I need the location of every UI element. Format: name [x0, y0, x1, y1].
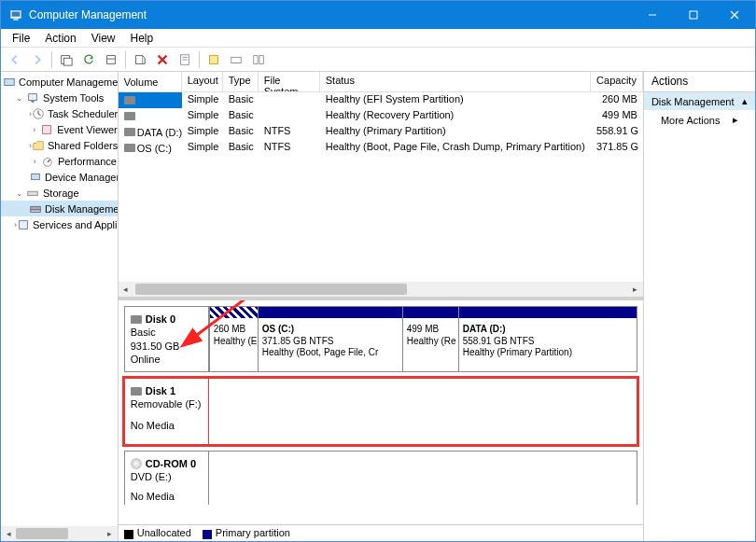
svg-rect-33: [31, 209, 41, 212]
svg-rect-34: [20, 220, 28, 229]
forward-button[interactable]: [27, 49, 48, 70]
tree-services-apps[interactable]: ›Services and Applications: [1, 216, 118, 232]
tree-device-manager[interactable]: Device Manager: [1, 169, 118, 185]
close-button[interactable]: [714, 1, 755, 29]
menu-bar: File Action View Help: [1, 29, 755, 48]
window-title: Computer Management: [29, 8, 632, 21]
help-button[interactable]: [203, 49, 224, 70]
svg-rect-31: [28, 191, 38, 195]
svg-rect-20: [259, 55, 263, 63]
toolbar-btn-9[interactable]: [248, 49, 269, 70]
volume-list-body[interactable]: SimpleBasicHealthy (EFI System Partition…: [119, 92, 643, 282]
tree-disk-management[interactable]: Disk Management: [1, 201, 118, 216]
svg-point-23: [31, 99, 35, 103]
refresh-button[interactable]: [78, 49, 99, 70]
minimize-button[interactable]: [632, 1, 673, 29]
volume-list-header[interactable]: Volume Layout Type File System Status Ca…: [119, 72, 643, 92]
tree-task-scheduler[interactable]: ›Task Scheduler: [1, 105, 118, 121]
cdrom-icon: [131, 458, 142, 469]
svg-rect-30: [32, 174, 40, 179]
toolbar-btn-4[interactable]: [130, 49, 150, 70]
col-header-layout[interactable]: Layout: [182, 72, 223, 91]
col-header-capacity[interactable]: Capacity: [591, 72, 643, 91]
app-icon: [8, 7, 23, 22]
actions-more[interactable]: More Actions ▸: [644, 110, 755, 130]
col-header-volume[interactable]: Volume: [119, 72, 182, 91]
disk-1-label[interactable]: Disk 1 Removable (F:) No Media: [125, 379, 209, 444]
col-header-status[interactable]: Status: [320, 72, 591, 91]
partition-efi[interactable]: 260 MBHealthy (E: [209, 307, 258, 371]
actions-pane: Actions Disk Management ▴ More Actions ▸: [644, 72, 755, 541]
legend-primary: Primary partition: [203, 527, 290, 538]
volume-row[interactable]: SimpleBasicHealthy (EFI System Partition…: [119, 92, 643, 108]
svg-rect-27: [43, 125, 51, 133]
disk-0-partitions: 260 MBHealthy (E OS (C:)371.85 GB NTFSHe…: [209, 307, 637, 371]
menu-help[interactable]: Help: [123, 30, 161, 47]
delete-button[interactable]: [152, 49, 173, 70]
menu-view[interactable]: View: [84, 30, 123, 47]
svg-rect-22: [29, 93, 37, 100]
cdrom-0-label[interactable]: CD-ROM 0 DVD (E:) No Media: [125, 452, 209, 505]
title-bar: Computer Management: [1, 1, 755, 29]
disk-0-block[interactable]: Disk 0 Basic 931.50 GB Online 260 MBHeal…: [124, 306, 637, 372]
svg-rect-4: [690, 11, 697, 19]
tree-storage[interactable]: ⌄Storage: [1, 185, 118, 201]
disk-icon: [131, 387, 142, 396]
svg-rect-1: [12, 12, 21, 17]
back-button[interactable]: [5, 49, 25, 70]
volume-list-pane: Volume Layout Type File System Status Ca…: [119, 72, 643, 300]
toolbar-btn-3[interactable]: [101, 49, 121, 70]
disk-0-label[interactable]: Disk 0 Basic 931.50 GB Online: [125, 307, 209, 371]
properties-button[interactable]: [175, 49, 195, 70]
disk-1-block[interactable]: Disk 1 Removable (F:) No Media: [124, 378, 637, 445]
cdrom-0-block[interactable]: CD-ROM 0 DVD (E:) No Media: [124, 451, 637, 505]
svg-rect-18: [231, 57, 242, 63]
svg-rect-21: [5, 78, 15, 85]
svg-rect-8: [63, 58, 72, 65]
legend-unallocated: Unallocated: [124, 527, 191, 538]
disk-graphical-view[interactable]: Disk 0 Basic 931.50 GB Online 260 MBHeal…: [119, 300, 643, 541]
tree-system-tools[interactable]: ⌄System Tools: [1, 90, 118, 105]
cdrom-0-partitions[interactable]: [209, 452, 637, 505]
actions-category[interactable]: Disk Management ▴: [644, 92, 755, 110]
legend-bar: Unallocated Primary partition: [119, 524, 643, 541]
partition-recovery[interactable]: 499 MBHealthy (Re: [402, 307, 458, 371]
svg-rect-2: [13, 19, 18, 20]
tree-root[interactable]: Computer Management (Local): [1, 74, 118, 90]
actions-header: Actions: [644, 72, 755, 92]
disk-1-partitions[interactable]: [209, 379, 637, 444]
svg-rect-19: [254, 55, 258, 63]
svg-rect-32: [31, 206, 41, 210]
tree-hscrollbar[interactable]: ◂▸: [1, 526, 118, 541]
svg-rect-9: [107, 55, 116, 63]
chevron-right-icon: ▸: [733, 114, 738, 126]
volume-row[interactable]: SimpleBasicHealthy (Recovery Partition)4…: [119, 108, 643, 124]
disk-icon: [131, 315, 142, 324]
svg-rect-17: [210, 55, 218, 63]
collapse-icon: ▴: [742, 95, 748, 107]
menu-file[interactable]: File: [5, 30, 37, 47]
partition-os-c[interactable]: OS (C:)371.85 GB NTFSHealthy (Boot, Page…: [258, 307, 402, 371]
tree-shared-folders[interactable]: ›Shared Folders: [1, 137, 118, 153]
col-header-filesystem[interactable]: File System: [259, 72, 320, 91]
partition-data-d[interactable]: DATA (D:)558.91 GB NTFSHealthy (Primary …: [458, 307, 637, 371]
toolbar: [1, 48, 755, 72]
menu-action[interactable]: Action: [37, 30, 83, 47]
maximize-button[interactable]: [673, 1, 714, 29]
toolbar-btn-1[interactable]: [56, 49, 77, 70]
volume-row[interactable]: DATA (D:)SimpleBasicNTFSHealthy (Primary…: [119, 124, 643, 140]
tree-performance[interactable]: ›Performance: [1, 153, 118, 169]
volume-row[interactable]: OS (C:)SimpleBasicNTFSHealthy (Boot, Pag…: [119, 140, 643, 156]
toolbar-btn-8[interactable]: [226, 49, 246, 70]
svg-rect-11: [136, 55, 143, 63]
tree-event-viewer[interactable]: ›Event Viewer: [1, 121, 118, 137]
volume-hscrollbar[interactable]: ◂▸: [119, 282, 643, 297]
navigation-tree[interactable]: Computer Management (Local) ⌄System Tool…: [1, 72, 119, 541]
col-header-type[interactable]: Type: [223, 72, 259, 91]
